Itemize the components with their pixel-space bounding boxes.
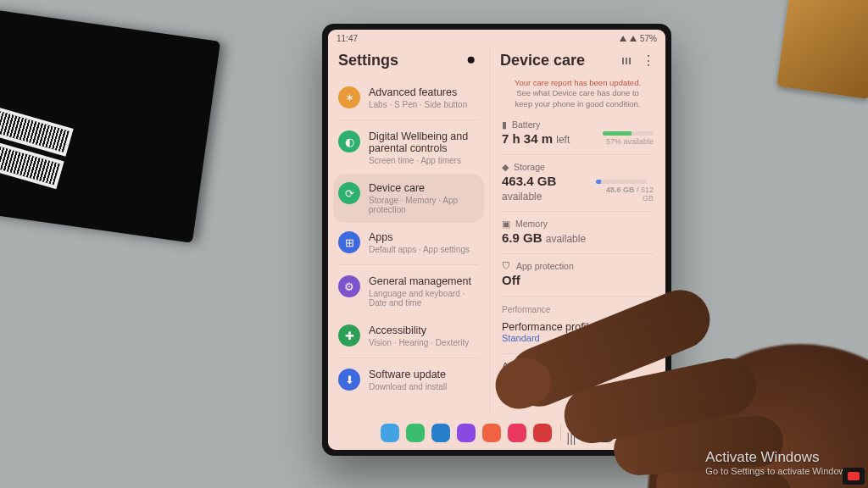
memory-icon: ▣ bbox=[502, 219, 510, 229]
status-bar: 11:47 57% bbox=[328, 30, 665, 47]
device-screen: 11:47 57% Settings ✶ bbox=[328, 30, 665, 450]
settings-title: Settings bbox=[338, 52, 398, 69]
corner-badge bbox=[843, 468, 865, 485]
settings-row-device-care[interactable]: ⟳ Device care Storage · Memory · App pro… bbox=[333, 174, 484, 223]
barcode-stickers bbox=[0, 98, 75, 194]
apps-icon: ⊞ bbox=[338, 231, 360, 253]
device-care-title: Device care bbox=[500, 52, 585, 69]
storage-bar bbox=[596, 180, 647, 184]
settings-row-advanced-features[interactable]: ✶ Advanced features Labs · S Pen · Side … bbox=[328, 78, 489, 118]
dock-app-2[interactable] bbox=[406, 424, 425, 442]
settings-row-general[interactable]: ⚙ General management Language and keyboa… bbox=[328, 267, 489, 316]
nav-bar: ||| ○ ‹ bbox=[564, 431, 654, 445]
app-protection-card[interactable]: ⛉App protection Off bbox=[490, 256, 665, 294]
signal-icon-2 bbox=[630, 36, 637, 42]
nav-home[interactable]: ○ bbox=[601, 431, 616, 445]
settings-row-wellbeing[interactable]: ◐ Digital Wellbeing and parental control… bbox=[328, 122, 489, 174]
dock-app-4[interactable] bbox=[457, 424, 476, 442]
performance-profile-row[interactable]: Performance profile bbox=[490, 316, 665, 333]
settings-row-accessibility[interactable]: ✚ Accessibility Vision · Hearing · Dexte… bbox=[328, 316, 489, 356]
svg-point-0 bbox=[468, 56, 475, 63]
svg-line-1 bbox=[474, 63, 477, 66]
wooden-prop bbox=[776, 0, 868, 99]
general-icon: ⚙ bbox=[338, 275, 360, 297]
settings-pane: Settings ✶ Advanced features Labs · S Pe… bbox=[328, 47, 490, 416]
star-icon: ✶ bbox=[338, 86, 360, 108]
status-icons: 57% bbox=[620, 34, 657, 43]
wellbeing-icon: ◐ bbox=[338, 130, 360, 152]
storage-card[interactable]: ◆Storage 463.4 GB available 48.6 GB / 51… bbox=[490, 157, 665, 209]
dock-app-1[interactable] bbox=[381, 424, 399, 442]
clock: 11:47 bbox=[337, 34, 358, 43]
dock-app-6[interactable] bbox=[508, 424, 526, 442]
memory-card[interactable]: ▣Memory 6.9 GB available bbox=[490, 214, 665, 252]
accessibility-icon: ✚ bbox=[338, 324, 360, 347]
auto-optimisation-row[interactable]: Auto optimisation bbox=[490, 356, 665, 381]
settings-row-apps[interactable]: ⊞ Apps Default apps · App settings bbox=[328, 223, 489, 263]
performance-profile-value: Standard bbox=[490, 333, 665, 352]
tablet-device: 11:47 57% Settings ✶ bbox=[322, 24, 671, 456]
signal-icon bbox=[620, 36, 626, 42]
battery-icon: ▮ bbox=[502, 119, 507, 130]
more-icon[interactable] bbox=[642, 54, 655, 68]
performance-section-label: Performance bbox=[490, 298, 665, 316]
nav-recents[interactable]: ||| bbox=[564, 431, 579, 445]
dock-app-5[interactable] bbox=[482, 424, 501, 442]
device-care-pane: Device care Your care report has been up… bbox=[490, 47, 665, 416]
care-report-banner[interactable]: Your care report has been updated. See w… bbox=[490, 78, 665, 114]
product-box bbox=[0, 3, 220, 243]
dock-app-3[interactable] bbox=[431, 424, 450, 442]
battery-card[interactable]: ▮Battery 7 h 34 m left 57% available bbox=[490, 114, 665, 152]
settings-row-software-update[interactable]: ⬇ Software update Download and install bbox=[328, 360, 489, 400]
storage-icon: ◆ bbox=[502, 162, 509, 172]
additional-care-label: Additional care bbox=[490, 385, 665, 403]
download-icon: ⬇ bbox=[338, 369, 360, 391]
battery-bar bbox=[603, 131, 654, 136]
shield-icon: ⛉ bbox=[502, 261, 511, 271]
search-icon[interactable] bbox=[465, 54, 479, 68]
device-care-icon: ⟳ bbox=[338, 182, 360, 204]
dock-app-7[interactable] bbox=[533, 424, 552, 442]
battery-text: 57% bbox=[640, 34, 657, 43]
chart-icon[interactable] bbox=[616, 54, 630, 68]
nav-back[interactable]: ‹ bbox=[638, 431, 654, 445]
activate-windows-watermark: Activate Windows Go to Settings to activ… bbox=[705, 449, 853, 476]
